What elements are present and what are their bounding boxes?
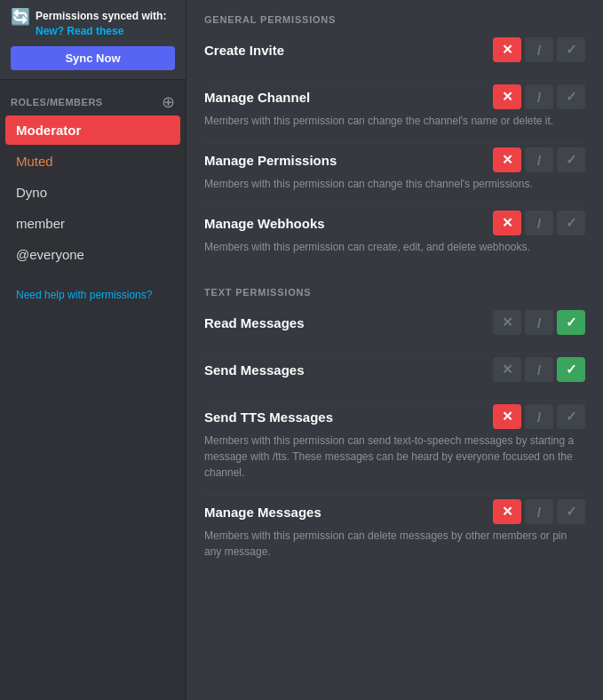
permission-send-messages: Send Messages ✕ / ✓	[204, 357, 585, 401]
permission-create-invite: Create Invite ✕ / ✓	[204, 37, 585, 81]
roles-header: ROLES/MEMBERS ⊕	[0, 80, 186, 115]
text-permissions-section: TEXT PERMISSIONS Read Messages ✕ / ✓ Sen…	[204, 287, 585, 574]
main-content: GENERAL PERMISSIONS Create Invite ✕ / ✓ …	[186, 0, 603, 700]
sidebar: 🔄 Permissions synced with: New? Read the…	[0, 0, 186, 700]
deny-button[interactable]: ✕	[493, 404, 521, 429]
sync-banner-link[interactable]: New? Read these	[36, 25, 123, 37]
text-section-title: TEXT PERMISSIONS	[204, 287, 585, 298]
toggle-group: ✕ / ✓	[493, 310, 585, 335]
sync-text: Permissions synced with: New? Read these	[36, 9, 175, 39]
sync-icon: 🔄	[11, 9, 30, 25]
role-label: member	[16, 216, 65, 231]
permission-manage-channel: Manage Channel ✕ / ✓ Members with this p…	[204, 84, 585, 144]
deny-button[interactable]: ✕	[493, 211, 521, 235]
toggle-group: ✕ / ✓	[493, 147, 585, 172]
permission-name: Manage Permissions	[204, 153, 337, 168]
allow-button[interactable]: ✓	[557, 84, 585, 109]
permission-name: Send Messages	[204, 362, 305, 378]
permission-row: Send TTS Messages ✕ / ✓	[204, 404, 585, 429]
permission-send-tts-messages: Send TTS Messages ✕ / ✓ Members with thi…	[204, 404, 585, 496]
sidebar-item-muted[interactable]: Muted	[5, 147, 180, 176]
neutral-button[interactable]: /	[525, 37, 553, 62]
deny-button[interactable]: ✕	[493, 147, 521, 172]
neutral-button[interactable]: /	[525, 404, 553, 429]
general-section-title: GENERAL PERMISSIONS	[204, 14, 585, 25]
deny-button[interactable]: ✕	[493, 357, 521, 382]
help-link[interactable]: Need help with permissions?	[11, 289, 175, 301]
deny-button[interactable]: ✕	[493, 84, 521, 109]
allow-button[interactable]: ✓	[557, 310, 585, 335]
allow-button[interactable]: ✓	[557, 499, 585, 524]
permission-name: Manage Messages	[204, 505, 321, 520]
general-permissions-section: GENERAL PERMISSIONS Create Invite ✕ / ✓ …	[204, 14, 585, 269]
deny-button[interactable]: ✕	[493, 499, 521, 524]
permission-manage-webhooks: Manage Webhooks ✕ / ✓ Members with this …	[204, 211, 585, 269]
role-label: Moderator	[16, 123, 81, 138]
permission-row: Manage Messages ✕ / ✓	[204, 499, 585, 524]
toggle-group: ✕ / ✓	[493, 84, 585, 109]
permission-name: Read Messages	[204, 315, 305, 330]
permission-row: Manage Permissions ✕ / ✓	[204, 147, 585, 172]
role-label: @everyone	[16, 247, 84, 262]
toggle-group: ✕ / ✓	[493, 37, 585, 62]
permission-row: Create Invite ✕ / ✓	[204, 37, 585, 62]
permission-manage-permissions: Manage Permissions ✕ / ✓ Members with th…	[204, 147, 585, 207]
sync-banner: 🔄 Permissions synced with: New? Read the…	[0, 0, 186, 80]
sidebar-item-moderator[interactable]: Moderator	[5, 115, 180, 145]
deny-button[interactable]: ✕	[493, 37, 521, 62]
neutral-button[interactable]: /	[525, 211, 553, 235]
neutral-button[interactable]: /	[525, 357, 553, 382]
permission-desc: Members with this permission can send te…	[204, 433, 585, 481]
role-label: Dyno	[16, 185, 47, 200]
sync-now-button[interactable]: Sync Now	[11, 46, 175, 70]
deny-button[interactable]: ✕	[493, 310, 521, 335]
allow-button[interactable]: ✓	[557, 37, 585, 62]
add-role-icon[interactable]: ⊕	[162, 94, 175, 110]
sidebar-item-member[interactable]: member	[5, 209, 180, 238]
permission-desc: Members with this permission can change …	[204, 113, 585, 129]
sync-info: 🔄 Permissions synced with: New? Read the…	[11, 9, 175, 39]
permission-desc: Members with this permission can create,…	[204, 239, 585, 255]
neutral-button[interactable]: /	[525, 499, 553, 524]
neutral-button[interactable]: /	[525, 310, 553, 335]
sidebar-item-dyno[interactable]: Dyno	[5, 178, 180, 207]
permission-desc: Members with this permission can change …	[204, 176, 585, 192]
toggle-group: ✕ / ✓	[493, 211, 585, 235]
permission-row: Manage Webhooks ✕ / ✓	[204, 211, 585, 235]
neutral-button[interactable]: /	[525, 147, 553, 172]
role-label: Muted	[16, 154, 53, 169]
permission-name: Send TTS Messages	[204, 410, 333, 425]
permission-read-messages: Read Messages ✕ / ✓	[204, 310, 585, 354]
sidebar-item-everyone[interactable]: @everyone	[5, 240, 180, 269]
allow-button[interactable]: ✓	[557, 147, 585, 172]
toggle-group: ✕ / ✓	[493, 404, 585, 429]
sync-banner-text: Permissions synced with:	[36, 10, 166, 22]
permission-desc: Members with this permission can delete …	[204, 528, 585, 560]
permission-name: Manage Channel	[204, 90, 310, 105]
toggle-group: ✕ / ✓	[493, 357, 585, 382]
allow-button[interactable]: ✓	[557, 404, 585, 429]
permission-name: Create Invite	[204, 43, 284, 58]
permission-manage-messages: Manage Messages ✕ / ✓ Members with this …	[204, 499, 585, 574]
permission-row: Manage Channel ✕ / ✓	[204, 84, 585, 109]
allow-button[interactable]: ✓	[557, 357, 585, 382]
permission-name: Manage Webhooks	[204, 216, 325, 231]
toggle-group: ✕ / ✓	[493, 499, 585, 524]
roles-label: ROLES/MEMBERS	[11, 97, 103, 107]
neutral-button[interactable]: /	[525, 84, 553, 109]
permission-row: Send Messages ✕ / ✓	[204, 357, 585, 382]
allow-button[interactable]: ✓	[557, 211, 585, 235]
permission-row: Read Messages ✕ / ✓	[204, 310, 585, 335]
